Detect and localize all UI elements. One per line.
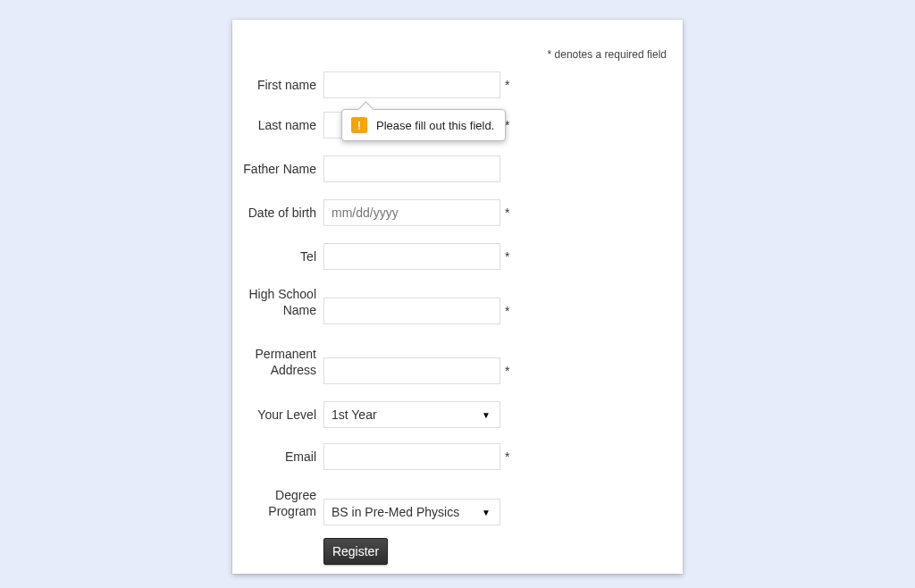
required-marker: *: [505, 449, 509, 464]
required-marker: *: [505, 249, 509, 264]
row-email: Email *: [232, 443, 683, 470]
label-dob: Date of birth: [232, 205, 316, 221]
label-address: Permanent Address: [232, 346, 316, 378]
required-marker: *: [505, 364, 509, 378]
chevron-down-icon: ▼: [482, 508, 491, 517]
row-first-name: First name *: [232, 71, 683, 98]
form-card: * denotes a required field First name * …: [232, 20, 683, 574]
father-name-input[interactable]: [323, 155, 500, 182]
label-level: Your Level: [232, 407, 316, 423]
row-high-school: High School Name *: [232, 298, 683, 324]
row-level: Your Level 1st Year ▼: [232, 401, 683, 428]
row-father-name: Father Name: [232, 155, 683, 182]
label-high-school: High School Name: [232, 286, 316, 318]
row-tel: Tel *: [232, 243, 683, 270]
row-program: Degree Program BS in Pre-Med Physics ▼: [232, 499, 683, 525]
tooltip-text: Please fill out this field.: [376, 119, 494, 132]
tel-input[interactable]: [323, 243, 500, 270]
chevron-down-icon: ▼: [482, 410, 491, 420]
program-select[interactable]: BS in Pre-Med Physics ▼: [323, 499, 500, 525]
label-tel: Tel: [232, 248, 316, 265]
dob-input[interactable]: [323, 199, 500, 226]
email-input[interactable]: [323, 443, 500, 470]
register-button[interactable]: Register: [323, 538, 388, 565]
high-school-input[interactable]: [323, 298, 500, 324]
row-dob: Date of birth *: [232, 199, 683, 226]
label-email: Email: [232, 449, 316, 465]
program-select-value: BS in Pre-Med Physics: [332, 505, 459, 519]
row-address: Permanent Address *: [232, 357, 683, 384]
label-first-name: First name: [232, 77, 316, 93]
label-last-name: Last name: [232, 117, 316, 133]
required-marker: *: [505, 78, 509, 92]
first-name-input[interactable]: [323, 71, 500, 98]
label-father-name: Father Name: [232, 161, 316, 177]
level-select-value: 1st Year: [332, 407, 377, 422]
required-note: * denotes a required field: [548, 48, 667, 61]
validation-tooltip: ! Please fill out this field.: [341, 109, 506, 141]
label-program: Degree Program: [232, 487, 316, 519]
required-marker: *: [505, 206, 509, 220]
required-marker: *: [505, 304, 509, 318]
address-input[interactable]: [323, 357, 500, 384]
level-select[interactable]: 1st Year ▼: [323, 401, 500, 428]
warning-icon: !: [351, 117, 367, 133]
